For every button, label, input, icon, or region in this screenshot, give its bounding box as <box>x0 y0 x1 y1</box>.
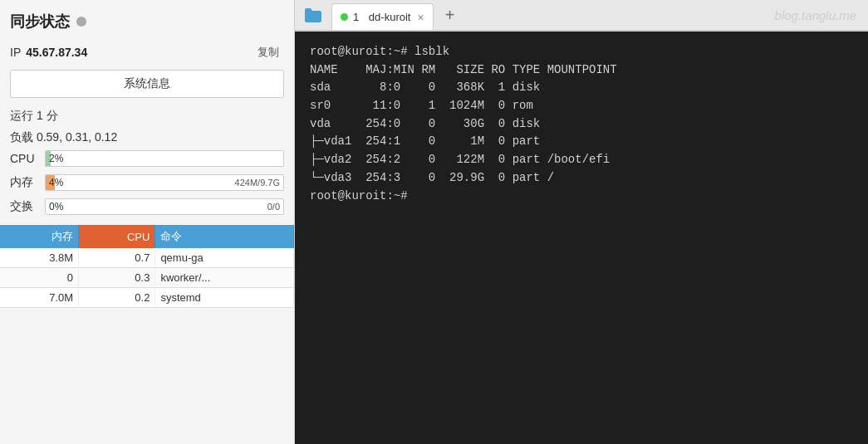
cpu-metric-row: CPU 2% <box>0 148 294 169</box>
mem-percent: 4% <box>49 177 63 188</box>
cpu-label: CPU <box>10 152 45 165</box>
uptime-row: 运行 1 分 <box>0 106 294 126</box>
proc-col-cmd: 命令 <box>155 225 294 248</box>
folder-icon[interactable] <box>298 2 328 28</box>
swap-value: 0/0 <box>267 202 280 212</box>
terminal-output[interactable]: root@kuroit:~# lsblkNAME MAJ:MIN RM SIZE… <box>295 32 868 444</box>
terminal-line: sda 8:0 0 368K 1 disk <box>310 79 853 97</box>
mem-bar: 4% 424M/9.7G <box>45 174 284 191</box>
sync-label: 同步状态 <box>10 12 70 32</box>
uptime-label: 运行 1 分 <box>10 109 58 122</box>
proc-cmd: kworker/... <box>155 268 294 288</box>
right-panel: 1 dd-kuroit × + blog.tanglu.me root@kuro… <box>295 0 868 444</box>
tab-bar: 1 dd-kuroit × + blog.tanglu.me <box>295 0 868 32</box>
swap-metric-row: 交换 0% 0/0 <box>0 196 294 217</box>
terminal-line: root@kuroit:~# lsblk <box>310 43 853 61</box>
terminal-line: root@kuroit:~# <box>310 188 853 206</box>
mem-metric-row: 内存 4% 424M/9.7G <box>0 172 294 193</box>
cpu-bar: 2% <box>45 150 284 167</box>
swap-label: 交换 <box>10 199 45 214</box>
tab-number: 1 <box>353 11 359 23</box>
terminal-tab[interactable]: 1 dd-kuroit × <box>331 3 434 30</box>
process-table: 内存 CPU 命令 3.8M 0.7 qemu-ga 0 0.3 kworker… <box>0 225 294 308</box>
load-label: 负载 0.59, 0.31, 0.12 <box>10 130 117 144</box>
mem-label: 内存 <box>10 175 45 190</box>
sync-dot-icon <box>76 17 86 27</box>
proc-col-cpu: CPU <box>79 225 155 248</box>
sys-info-button[interactable]: 系统信息 <box>10 70 284 98</box>
load-row: 负载 0.59, 0.31, 0.12 <box>0 128 294 148</box>
proc-cpu: 0.7 <box>79 248 155 268</box>
table-row: 3.8M 0.7 qemu-ga <box>0 248 294 268</box>
terminal-line: ├─vda2 254:2 0 122M 0 part /boot/efi <box>310 151 853 169</box>
terminal-line: sr0 11:0 1 1024M 0 rom <box>310 97 853 115</box>
proc-cmd: systemd <box>155 288 294 308</box>
copy-button[interactable]: 复制 <box>253 43 284 61</box>
tab-name: dd-kuroit <box>369 11 411 23</box>
table-row: 7.0M 0.2 systemd <box>0 288 294 308</box>
ip-row: IP 45.67.87.34 复制 <box>0 40 294 70</box>
left-panel: 同步状态 IP 45.67.87.34 复制 系统信息 运行 1 分 负载 0.… <box>0 0 295 444</box>
proc-cmd: qemu-ga <box>155 248 294 268</box>
tab-spacer <box>362 11 365 23</box>
tab-status-dot <box>341 13 348 21</box>
new-tab-button[interactable]: + <box>439 3 462 27</box>
terminal-line: └─vda3 254:3 0 29.9G 0 part / <box>310 169 853 188</box>
cpu-percent: 2% <box>49 153 63 164</box>
proc-col-mem: 内存 <box>0 225 79 248</box>
proc-cpu: 0.3 <box>79 268 155 288</box>
mem-value: 424M/9.7G <box>235 178 280 188</box>
terminal-line: vda 254:0 0 30G 0 disk <box>310 115 853 134</box>
terminal-line: ├─vda1 254:1 0 1M 0 part <box>310 133 853 151</box>
table-row: 0 0.3 kworker/... <box>0 268 294 288</box>
proc-mem: 7.0M <box>0 288 79 308</box>
ip-value: 45.67.87.34 <box>26 46 87 59</box>
proc-mem: 3.8M <box>0 248 79 268</box>
proc-mem: 0 <box>0 268 79 288</box>
swap-percent: 0% <box>49 201 63 212</box>
proc-cpu: 0.2 <box>79 288 155 308</box>
terminal-line: NAME MAJ:MIN RM SIZE RO TYPE MOUNTPOINT <box>310 61 853 80</box>
ip-label: IP <box>10 46 21 59</box>
tab-close-button[interactable]: × <box>417 11 424 24</box>
swap-bar: 0% 0/0 <box>45 198 284 215</box>
sync-status-row: 同步状态 <box>0 0 294 40</box>
watermark: blog.tanglu.me <box>775 8 865 22</box>
